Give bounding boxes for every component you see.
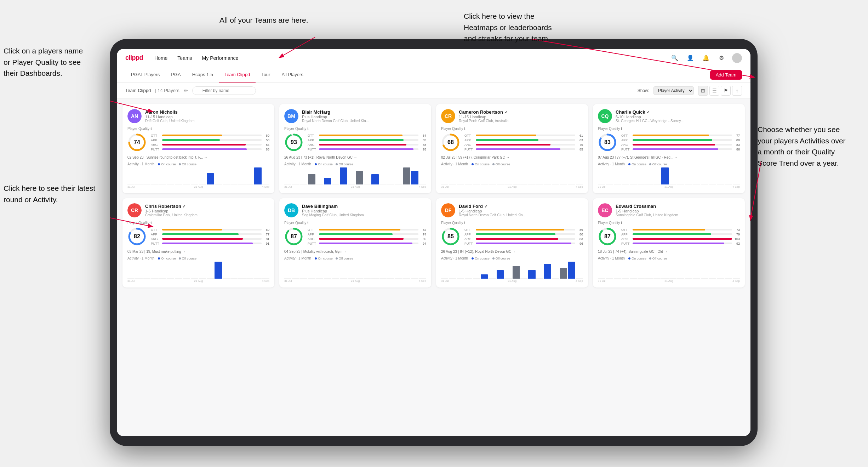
player-avatar: BM: [284, 109, 298, 123]
chart-bar: [379, 184, 387, 184]
chart-bar: [151, 278, 158, 279]
player-header: EC Edward Crossman 1-5 Handicap Sunningd…: [598, 203, 740, 217]
tab-tour[interactable]: Tour: [256, 67, 276, 82]
chart-bar: [300, 278, 307, 279]
brand-logo[interactable]: clippd: [125, 54, 143, 62]
chart-bar: [733, 184, 740, 184]
player-card[interactable]: DF David Ford ✓ 1-5 Handicap Royal North…: [436, 198, 588, 287]
search-input[interactable]: [192, 86, 256, 95]
search-icon[interactable]: 🔍: [670, 53, 680, 63]
latest-round[interactable]: 18 Jul 23 | 74 (+4), Sunningdale GC - Ol…: [598, 250, 740, 254]
bar-value: 84: [263, 143, 269, 147]
player-card[interactable]: DB Dave Billingham Plus Handicap Sog Mag…: [279, 198, 431, 287]
latest-round[interactable]: 07 Aug 23 | 77 (+7), St George's Hill GC…: [598, 155, 740, 159]
activity-legend: On course Off course: [472, 257, 510, 260]
avatar[interactable]: [732, 53, 742, 63]
chart-bar: [292, 278, 299, 279]
chart-date: 4 Sep: [576, 185, 583, 188]
player-name[interactable]: Blair McHarg: [302, 109, 426, 115]
player-card[interactable]: EC Edward Crossman 1-5 Handicap Sunningd…: [593, 198, 745, 287]
bar-value: 89: [577, 228, 583, 232]
player-card[interactable]: CR Cameron Robertson ✓ 11-15 Handicap Ro…: [436, 104, 588, 193]
chart-bar: [387, 184, 394, 184]
player-name[interactable]: Chris Robertson ✓: [145, 204, 269, 209]
stat-bar-row: OTT 60: [151, 228, 269, 232]
add-team-button[interactable]: Add Team: [710, 70, 742, 80]
show-select[interactable]: Player Activity: [653, 86, 694, 95]
chart-bar: [614, 278, 621, 279]
nav-teams[interactable]: Teams: [177, 55, 192, 61]
profile-icon[interactable]: 👤: [685, 53, 695, 63]
tab-all-players[interactable]: All Players: [276, 67, 309, 82]
bar-value: 77: [733, 134, 740, 137]
quality-content[interactable]: 83 OTT 77 APP 80 ARG: [598, 133, 740, 152]
player-name[interactable]: Edward Crossman: [616, 204, 740, 209]
latest-round[interactable]: 02 Jul 23 | 59 (+17), Craigmillar Park G…: [441, 155, 583, 159]
nav-my-performance[interactable]: My Performance: [202, 55, 239, 61]
player-name[interactable]: Charlie Quick ✓: [616, 109, 740, 115]
latest-round[interactable]: 26 Aug 23 | 73 (+1), Royal North Devon G…: [284, 155, 426, 159]
chart-date: 4 Sep: [262, 185, 269, 188]
quality-content[interactable]: 87 OTT 73 APP 79 ARG: [598, 227, 740, 246]
legend-on-course: On course: [628, 257, 646, 260]
navbar-links: Home Teams My Performance: [154, 55, 658, 61]
player-card[interactable]: CR Chris Robertson ✓ 1-5 Handicap Craigm…: [122, 198, 274, 287]
bar-label: PUTT: [151, 148, 161, 151]
notifications-icon[interactable]: 🔔: [701, 53, 711, 63]
bar-label: ARG: [621, 237, 631, 241]
quality-content[interactable]: 68 OTT 61 APP 63 ARG: [441, 133, 583, 152]
chart-bar: [254, 278, 261, 279]
edit-icon[interactable]: ✏: [184, 88, 188, 93]
player-name[interactable]: Dave Billingham: [302, 204, 426, 209]
quality-content[interactable]: 85 OTT 89 APP 80 ARG: [441, 227, 583, 246]
activity-section: Activity · 1 Month On course Off course …: [598, 256, 740, 283]
nav-home[interactable]: Home: [154, 55, 167, 61]
chart-bar: [717, 184, 724, 184]
latest-round[interactable]: 26 Aug 23 | 84 (+12), Royal North Devon …: [441, 250, 583, 254]
chart-bar: [504, 184, 512, 184]
player-card[interactable]: AN Aaron Nicholls 11-15 Handicap Drift G…: [122, 104, 274, 193]
quality-section: Player Quality ℹ 85 OTT 89 APP: [441, 221, 583, 246]
quality-content[interactable]: 87 OTT 82 APP 74 ARG: [284, 227, 426, 246]
player-info: Edward Crossman 1-5 Handicap Sunningdale…: [616, 204, 740, 217]
chart-bar: [661, 167, 668, 184]
bar-track: [319, 148, 418, 150]
legend-on-course: On course: [472, 257, 490, 260]
player-name[interactable]: David Ford ✓: [459, 204, 583, 209]
activity-title: Activity · 1 Month: [284, 256, 311, 260]
latest-round[interactable]: 03 Mar 23 | 19, Must make putting →: [127, 250, 269, 254]
tab-team-clippd[interactable]: Team Clippd: [219, 67, 256, 82]
bar-label: OTT: [151, 134, 161, 137]
chart-bar: [677, 184, 684, 184]
score-value: 68: [447, 139, 454, 146]
tab-hcaps[interactable]: Hcaps 1-5: [187, 67, 219, 82]
tab-pga[interactable]: PGA: [165, 67, 186, 82]
player-name[interactable]: Aaron Nicholls: [145, 109, 269, 115]
chart-dates: 31 Jul21 Aug4 Sep: [127, 185, 269, 188]
quality-content[interactable]: 93 OTT 84 APP 85 ARG: [284, 133, 426, 152]
player-handicap: 1-5 Handicap: [459, 209, 583, 213]
activity-title: Activity · 1 Month: [598, 162, 625, 166]
settings-icon[interactable]: ⚙: [716, 53, 726, 63]
legend-off-course: Off course: [179, 163, 196, 166]
quality-content[interactable]: 74 OTT 60 APP 58 ARG: [127, 133, 269, 152]
latest-round[interactable]: 02 Sep 23 | Sunrise round to get back in…: [127, 155, 269, 159]
stat-bar-row: APP 80: [464, 233, 583, 236]
filter-button[interactable]: ⚑: [721, 86, 731, 96]
latest-round[interactable]: 04 Sep 23 | Mobility with coach, Gym →: [284, 250, 426, 254]
list-view-button[interactable]: ☰: [709, 86, 719, 96]
off-course-dot: [336, 257, 338, 260]
quality-bars: OTT 60 APP 77 ARG 81 PU: [151, 228, 269, 245]
quality-content[interactable]: 82 OTT 60 APP 77 ARG: [127, 227, 269, 246]
sort-button[interactable]: ↕: [732, 86, 742, 96]
quality-label: Player Quality ℹ: [127, 221, 269, 225]
player-card[interactable]: CQ Charlie Quick ✓ 6-10 Handicap St. Geo…: [593, 104, 745, 193]
player-name[interactable]: Cameron Robertson ✓: [459, 109, 583, 115]
verified-icon: ✓: [646, 110, 650, 115]
grid-view-button[interactable]: ⊞: [698, 86, 708, 96]
player-card[interactable]: BM Blair McHarg Plus Handicap Royal Nort…: [279, 104, 431, 193]
chart-bar: [324, 178, 331, 184]
tab-pgat-players[interactable]: PGAT Players: [125, 67, 165, 82]
chart-bar: [552, 184, 559, 184]
quality-bars: OTT 84 APP 85 ARG 88 PU: [308, 134, 426, 151]
